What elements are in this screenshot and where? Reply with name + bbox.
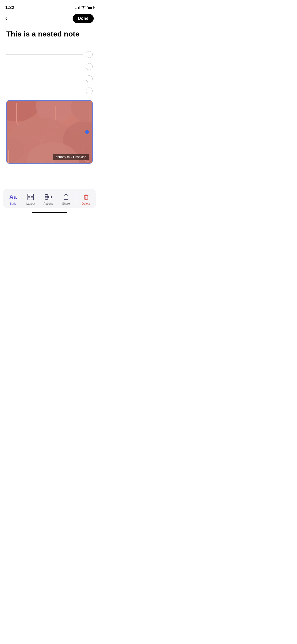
checklist-item-3[interactable] (6, 73, 93, 85)
checklist-checkbox-4[interactable] (86, 88, 93, 94)
toolbar-item-actions[interactable]: Actions (40, 192, 56, 206)
image-resize-handle[interactable] (85, 130, 89, 134)
toolbar-label-actions: Actions (44, 202, 53, 205)
image-block[interactable]: anunay rai / Unsplash (6, 100, 93, 164)
checklist-checkbox-3[interactable] (86, 75, 93, 82)
delete-svg-icon (83, 194, 89, 200)
signal-icon (76, 6, 80, 9)
checklist-container (6, 48, 93, 97)
toolbar-label-share: Share (62, 202, 70, 205)
image-placeholder (7, 101, 92, 163)
c-highlight (76, 194, 76, 204)
style-icon-text: Aa (9, 194, 17, 200)
nav-bar: ‹ Done (0, 12, 99, 25)
umbrella-image (7, 101, 92, 163)
svg-rect-22 (49, 196, 51, 198)
back-chevron-icon: ‹ (5, 16, 7, 21)
toolbar-item-delete[interactable]: Delete (78, 192, 94, 206)
svg-rect-18 (28, 197, 30, 200)
svg-rect-20 (45, 195, 48, 197)
home-indicator (32, 212, 67, 213)
toolbar-label-style: Style (10, 202, 16, 205)
checklist-line (6, 54, 83, 54)
checklist-item-4[interactable] (6, 85, 93, 97)
toolbar-item-share[interactable]: Share (58, 192, 74, 206)
back-button[interactable]: ‹ (4, 15, 8, 22)
style-icon: Aa (9, 193, 17, 201)
status-icons (76, 6, 94, 9)
layout-svg-icon (27, 194, 34, 200)
done-button[interactable]: Done (73, 14, 94, 23)
svg-rect-16 (28, 194, 30, 197)
note-title[interactable]: This is a nested note (6, 30, 93, 39)
image-caption: anunay rai / Unsplash (53, 154, 89, 160)
share-icon (62, 193, 70, 201)
toolbar-inner: Aa Style Layout (3, 189, 96, 208)
layout-icon (27, 193, 35, 201)
svg-rect-15 (7, 101, 92, 163)
share-svg-icon (63, 194, 69, 200)
delete-icon (82, 193, 90, 201)
status-time: 1:22 (5, 5, 14, 10)
checklist-checkbox-1[interactable] (86, 51, 93, 58)
checklist-checkbox-2[interactable] (86, 63, 93, 70)
wifi-icon (81, 6, 86, 9)
checklist-item-1[interactable] (6, 48, 93, 61)
bottom-toolbar: Aa Style Layout (0, 189, 99, 208)
checklist-item-2[interactable] (6, 61, 93, 73)
toolbar-item-layout[interactable]: Layout (23, 192, 39, 206)
title-divider (6, 43, 93, 43)
toolbar-label-layout: Layout (26, 202, 35, 205)
svg-rect-17 (31, 194, 34, 197)
status-bar: 1:22 (0, 0, 99, 12)
note-content: This is a nested note (0, 25, 99, 164)
battery-icon (87, 6, 94, 9)
svg-rect-19 (31, 197, 34, 200)
toolbar-label-delete: Delete (82, 202, 90, 205)
toolbar-item-style[interactable]: Aa Style (5, 192, 21, 206)
actions-icon (44, 193, 52, 201)
svg-rect-21 (45, 197, 48, 199)
actions-svg-icon (45, 194, 52, 200)
